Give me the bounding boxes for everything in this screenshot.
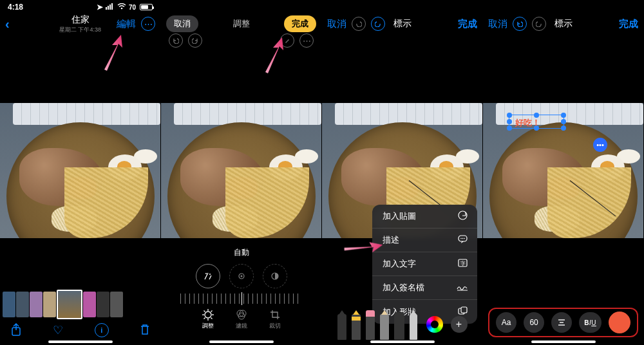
size-button[interactable]: 60 bbox=[524, 312, 544, 333]
undo-button[interactable] bbox=[169, 33, 183, 48]
highlighter-tool[interactable] bbox=[366, 310, 375, 340]
mode-crop[interactable]: 裁切 bbox=[269, 309, 281, 330]
panel-edit-adjust: 取消 調整 完成 ⋯ 自動 bbox=[161, 0, 322, 345]
add-menu-popup: 加入貼圖 描述 加入文字 字 加入簽名檔 加入形狀 bbox=[372, 205, 477, 324]
sticker-icon bbox=[457, 210, 468, 222]
svg-point-27 bbox=[464, 238, 465, 239]
thumbnail[interactable] bbox=[43, 292, 56, 317]
battery-pct: 70 bbox=[129, 4, 136, 11]
svg-rect-3 bbox=[111, 3, 113, 10]
text-icon: 字 bbox=[457, 259, 468, 269]
menu-add-sticker[interactable]: 加入貼圖 bbox=[372, 205, 477, 228]
menu-add-text[interactable]: 加入文字 字 bbox=[372, 252, 477, 276]
svg-line-19 bbox=[211, 310, 212, 312]
battery-icon bbox=[140, 4, 153, 10]
redo-button[interactable] bbox=[532, 17, 546, 31]
thumbnail[interactable] bbox=[3, 292, 15, 317]
delete-button[interactable] bbox=[140, 324, 150, 337]
photo-preview[interactable] bbox=[0, 103, 160, 238]
adjust-brilliance[interactable] bbox=[263, 264, 287, 288]
edit-button[interactable]: 編輯 bbox=[117, 18, 136, 30]
svg-point-7 bbox=[209, 274, 211, 275]
svg-text:字: 字 bbox=[460, 261, 465, 266]
svg-point-11 bbox=[205, 312, 211, 318]
thumbnail[interactable] bbox=[30, 292, 43, 317]
marker-tool[interactable] bbox=[352, 314, 361, 340]
share-button[interactable] bbox=[10, 323, 22, 338]
signature-icon bbox=[457, 283, 468, 293]
svg-line-16 bbox=[204, 310, 205, 312]
mode-filter[interactable]: 濾鏡 bbox=[236, 309, 247, 330]
info-button[interactable]: i bbox=[95, 323, 109, 337]
auto-label: 自動 bbox=[161, 247, 321, 258]
home-indicator[interactable] bbox=[209, 340, 274, 343]
done-button[interactable]: 完成 bbox=[458, 18, 477, 30]
svg-point-26 bbox=[462, 238, 463, 239]
done-button[interactable]: 完成 bbox=[619, 18, 638, 30]
mode-adjust[interactable]: 調整 bbox=[202, 309, 214, 330]
thumbnail[interactable] bbox=[16, 292, 29, 317]
favorite-button[interactable]: ♡ bbox=[53, 323, 63, 337]
text-format-toolbar: Aa 60 BIU bbox=[488, 308, 638, 337]
menu-describe[interactable]: 描述 bbox=[372, 228, 477, 252]
font-button[interactable]: Aa bbox=[496, 312, 516, 333]
menu-add-signature[interactable]: 加入簽名檔 bbox=[372, 276, 477, 300]
svg-rect-1 bbox=[108, 6, 109, 10]
text-options-bubble[interactable]: ••• bbox=[593, 138, 607, 152]
pen-tool[interactable] bbox=[337, 314, 346, 340]
pencil-tool[interactable] bbox=[380, 314, 389, 340]
panel-markup-menu: 取消 標示 完成 加入貼圖 描述 bbox=[322, 0, 483, 345]
redo-button[interactable] bbox=[188, 33, 202, 48]
thumbnail-selected[interactable] bbox=[57, 290, 82, 319]
svg-point-4 bbox=[121, 8, 123, 10]
location-icon: ➤ bbox=[97, 3, 103, 12]
done-button[interactable]: 完成 bbox=[284, 15, 316, 32]
svg-rect-2 bbox=[109, 5, 111, 10]
panel-photo-viewer: 4:18 ➤ 70 ‹ 住家 星期二 下午4:38 編輯 ⋯ bbox=[0, 0, 161, 345]
thumbnail[interactable] bbox=[83, 292, 96, 317]
cancel-button[interactable]: 取消 bbox=[166, 15, 198, 32]
more-button[interactable]: ⋯ bbox=[299, 33, 314, 48]
thumbnail[interactable] bbox=[110, 292, 123, 317]
photo-preview[interactable]: 好吃！ ••• bbox=[483, 103, 643, 238]
photo-preview[interactable] bbox=[161, 103, 321, 238]
adjust-auto[interactable] bbox=[196, 264, 220, 288]
describe-icon bbox=[457, 235, 468, 246]
undo-button[interactable] bbox=[513, 17, 527, 31]
text-color-button[interactable] bbox=[609, 312, 630, 333]
status-time: 4:18 bbox=[8, 3, 23, 12]
svg-line-17 bbox=[211, 317, 212, 319]
svg-point-6 bbox=[205, 273, 207, 274]
align-button[interactable] bbox=[551, 312, 572, 333]
wifi-icon bbox=[117, 3, 126, 12]
style-button[interactable]: BIU bbox=[579, 312, 601, 333]
cancel-button[interactable]: 取消 bbox=[327, 18, 346, 30]
markup-toolbar: + bbox=[322, 309, 482, 340]
ruler-tool[interactable] bbox=[410, 314, 417, 340]
add-button[interactable]: + bbox=[451, 316, 468, 333]
thumbnail[interactable] bbox=[97, 292, 109, 317]
color-picker[interactable] bbox=[426, 316, 443, 333]
more-button[interactable]: ⋯ bbox=[141, 17, 155, 31]
markup-button[interactable] bbox=[280, 33, 294, 48]
home-indicator[interactable] bbox=[48, 340, 113, 343]
annotation-arrow bbox=[102, 33, 125, 72]
eraser-tool[interactable] bbox=[394, 314, 404, 340]
signal-icon bbox=[106, 3, 115, 12]
svg-point-9 bbox=[240, 275, 242, 277]
home-indicator[interactable] bbox=[531, 340, 596, 343]
svg-point-22 bbox=[238, 313, 245, 319]
adjust-slider[interactable] bbox=[180, 294, 302, 304]
redo-button[interactable] bbox=[371, 17, 385, 31]
svg-point-25 bbox=[460, 238, 462, 239]
thumbnail-strip[interactable] bbox=[0, 290, 160, 319]
undo-button[interactable] bbox=[352, 17, 366, 31]
home-indicator[interactable] bbox=[370, 340, 435, 343]
adjust-exposure[interactable] bbox=[229, 264, 254, 288]
status-bar: 4:18 ➤ 70 bbox=[0, 0, 160, 12]
svg-line-18 bbox=[204, 317, 205, 319]
inserted-text[interactable]: 好吃！ bbox=[515, 117, 540, 129]
panel-markup-text: 取消 標示 完成 bbox=[483, 0, 644, 345]
cancel-button[interactable]: 取消 bbox=[488, 18, 507, 30]
back-button[interactable]: ‹ bbox=[5, 17, 10, 32]
